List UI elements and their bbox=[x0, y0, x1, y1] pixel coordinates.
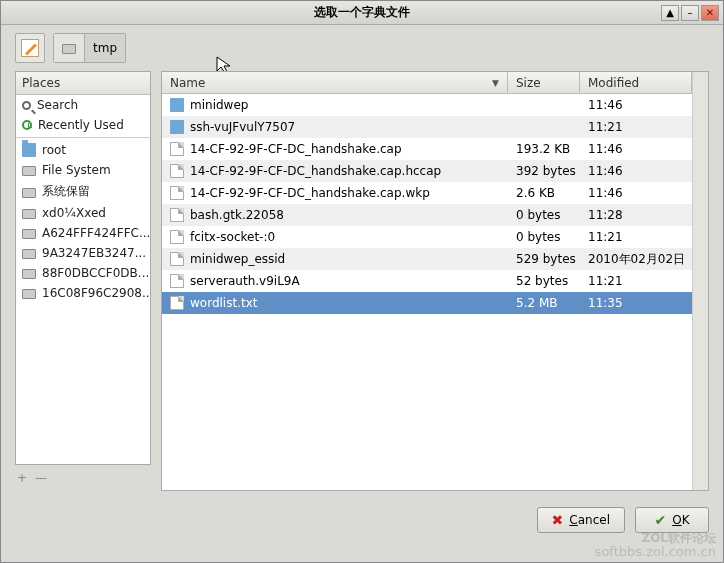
file-name: 14-CF-92-9F-CF-DC_handshake.cap.wkp bbox=[190, 186, 430, 200]
table-row[interactable]: serverauth.v9iL9A52 bytes11:21 bbox=[162, 270, 692, 292]
hd-icon bbox=[22, 166, 36, 176]
table-row[interactable]: 14-CF-92-9F-CF-DC_handshake.cap193.2 KB1… bbox=[162, 138, 692, 160]
file-size: 2.6 KB bbox=[508, 186, 580, 200]
add-bookmark-button[interactable]: + bbox=[17, 471, 27, 485]
separator bbox=[16, 137, 150, 138]
file-name: bash.gtk.22058 bbox=[190, 208, 284, 222]
folder-icon bbox=[22, 143, 36, 157]
path-bar: tmp bbox=[53, 33, 126, 63]
sidebar-item-label: 9A3247EB3247... bbox=[42, 246, 146, 260]
window-controls: ▲ – ✕ bbox=[661, 5, 719, 21]
toolbar: tmp bbox=[1, 25, 723, 71]
file-modified: 11:28 bbox=[580, 208, 692, 222]
remove-bookmark-button[interactable]: — bbox=[35, 471, 47, 485]
hd-icon bbox=[22, 229, 36, 239]
file-modified: 11:46 bbox=[580, 142, 692, 156]
minimize-button[interactable]: – bbox=[681, 5, 699, 21]
file-icon bbox=[170, 142, 184, 156]
sidebar: Places Search Recently Used rootFile Sys… bbox=[15, 71, 151, 491]
sidebar-item[interactable]: xd0¼Xxed bbox=[16, 203, 150, 223]
path-segment-tmp[interactable]: tmp bbox=[85, 34, 125, 62]
column-name[interactable]: Name▼ bbox=[162, 72, 508, 93]
table-row[interactable]: bash.gtk.220580 bytes11:28 bbox=[162, 204, 692, 226]
close-button[interactable]: ✕ bbox=[701, 5, 719, 21]
sidebar-item[interactable]: 9A3247EB3247... bbox=[16, 243, 150, 263]
file-modified: 11:46 bbox=[580, 186, 692, 200]
dialog-body: Places Search Recently Used rootFile Sys… bbox=[1, 71, 723, 499]
sidebar-item[interactable]: 系统保留 bbox=[16, 180, 150, 203]
file-name: fcitx-socket-:0 bbox=[190, 230, 275, 244]
folder-icon bbox=[170, 120, 184, 134]
hd-icon bbox=[22, 289, 36, 299]
ok-button[interactable]: ✔OK bbox=[635, 507, 709, 533]
file-modified: 11:21 bbox=[580, 120, 692, 134]
places-panel: Places Search Recently Used rootFile Sys… bbox=[15, 71, 151, 465]
hd-icon bbox=[22, 188, 36, 198]
column-headers: Name▼ Size Modified bbox=[162, 72, 692, 94]
titlebar: 选取一个字典文件 ▲ – ✕ bbox=[1, 1, 723, 25]
file-icon bbox=[170, 252, 184, 266]
file-modified: 11:21 bbox=[580, 230, 692, 244]
column-modified[interactable]: Modified bbox=[580, 72, 692, 93]
file-size: 52 bytes bbox=[508, 274, 580, 288]
file-size: 0 bytes bbox=[508, 208, 580, 222]
file-icon bbox=[170, 208, 184, 222]
file-icon bbox=[170, 296, 184, 310]
file-area: Name▼ Size Modified minidwep11:46ssh-vuJ… bbox=[161, 71, 709, 491]
places-header: Places bbox=[16, 72, 150, 95]
folder-icon bbox=[170, 98, 184, 112]
sidebar-item-label: File System bbox=[42, 163, 111, 177]
cancel-icon: ✖ bbox=[552, 512, 564, 528]
sidebar-item[interactable]: 16C08F96C2908... bbox=[16, 283, 150, 303]
file-modified: 11:21 bbox=[580, 274, 692, 288]
pencil-icon bbox=[21, 39, 39, 57]
file-icon bbox=[170, 274, 184, 288]
sidebar-item-label: xd0¼Xxed bbox=[42, 206, 106, 220]
column-size[interactable]: Size bbox=[508, 72, 580, 93]
file-size: 5.2 MB bbox=[508, 296, 580, 310]
file-size: 0 bytes bbox=[508, 230, 580, 244]
sidebar-item-label: 16C08F96C2908... bbox=[42, 286, 150, 300]
file-icon bbox=[170, 164, 184, 178]
sidebar-item-label: A624FFF424FFC... bbox=[42, 226, 150, 240]
sidebar-item[interactable]: root bbox=[16, 140, 150, 160]
edit-filename-button[interactable] bbox=[15, 33, 45, 63]
sidebar-item-label: 系统保留 bbox=[42, 183, 90, 200]
rollup-button[interactable]: ▲ bbox=[661, 5, 679, 21]
hd-icon bbox=[22, 249, 36, 259]
table-row[interactable]: 14-CF-92-9F-CF-DC_handshake.cap.hccap392… bbox=[162, 160, 692, 182]
places-list: Search Recently Used rootFile System系统保留… bbox=[16, 95, 150, 303]
hd-icon bbox=[22, 209, 36, 219]
hd-icon bbox=[62, 44, 76, 54]
sort-indicator-icon: ▼ bbox=[492, 78, 499, 88]
file-modified: 2010年02月02日 bbox=[580, 251, 692, 268]
path-root[interactable] bbox=[54, 34, 85, 62]
sidebar-item[interactable]: A624FFF424FFC... bbox=[16, 223, 150, 243]
table-row[interactable]: 14-CF-92-9F-CF-DC_handshake.cap.wkp2.6 K… bbox=[162, 182, 692, 204]
recent-icon bbox=[22, 120, 32, 130]
places-recent[interactable]: Recently Used bbox=[16, 115, 150, 135]
table-row[interactable]: minidwep11:46 bbox=[162, 94, 692, 116]
file-name: 14-CF-92-9F-CF-DC_handshake.cap.hccap bbox=[190, 164, 441, 178]
scrollbar[interactable] bbox=[692, 72, 708, 490]
cancel-button[interactable]: ✖Cancel bbox=[537, 507, 625, 533]
places-toolbar: + — bbox=[15, 465, 151, 491]
table-row[interactable]: fcitx-socket-:00 bytes11:21 bbox=[162, 226, 692, 248]
file-size: 529 bytes bbox=[508, 252, 580, 266]
file-size: 193.2 KB bbox=[508, 142, 580, 156]
file-name: minidwep bbox=[190, 98, 248, 112]
file-name: 14-CF-92-9F-CF-DC_handshake.cap bbox=[190, 142, 402, 156]
sidebar-item[interactable]: 88F0DBCCF0DB... bbox=[16, 263, 150, 283]
sidebar-item-label: 88F0DBCCF0DB... bbox=[42, 266, 149, 280]
ok-icon: ✔ bbox=[654, 512, 666, 528]
file-list-panel: Name▼ Size Modified minidwep11:46ssh-vuJ… bbox=[161, 71, 709, 491]
table-row[interactable]: ssh-vuJFvulY750711:21 bbox=[162, 116, 692, 138]
table-row[interactable]: minidwep_essid529 bytes2010年02月02日 bbox=[162, 248, 692, 270]
sidebar-item[interactable]: File System bbox=[16, 160, 150, 180]
file-name: wordlist.txt bbox=[190, 296, 257, 310]
search-icon bbox=[22, 101, 31, 110]
table-row[interactable]: wordlist.txt5.2 MB11:35 bbox=[162, 292, 692, 314]
file-name: ssh-vuJFvulY7507 bbox=[190, 120, 295, 134]
places-search[interactable]: Search bbox=[16, 95, 150, 115]
file-rows: minidwep11:46ssh-vuJFvulY750711:2114-CF-… bbox=[162, 94, 692, 490]
